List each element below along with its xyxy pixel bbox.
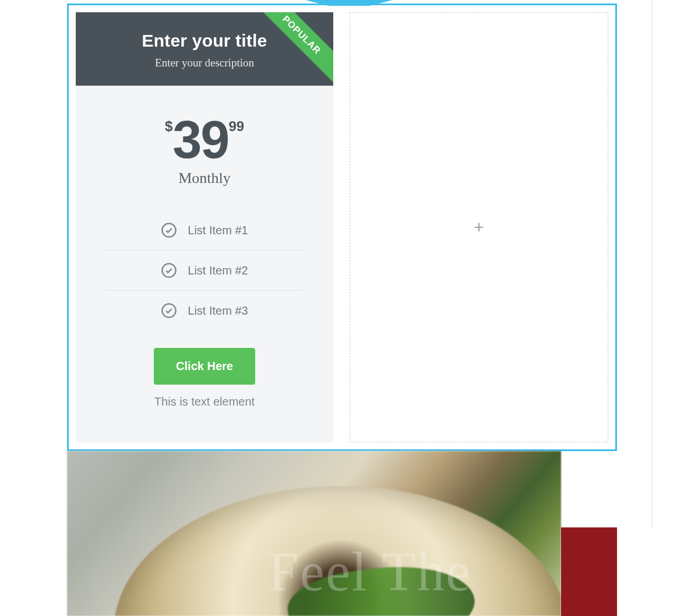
price-fraction: 99 [228,119,244,133]
pricing-card-header: POPULAR Enter your title Enter your desc… [76,12,333,86]
check-circle-icon [161,262,177,279]
svg-point-2 [163,304,176,317]
check-circle-icon [161,302,177,319]
cta-area: Click Here [76,330,333,395]
price-integer: 39 [172,114,228,166]
feature-item: List Item #3 [106,290,303,330]
page-right-edge [651,0,653,529]
feature-item: List Item #1 [106,210,303,250]
check-circle-icon [161,222,177,238]
feature-label: List Item #3 [188,304,248,318]
svg-point-0 [163,223,176,237]
pricing-description[interactable]: Enter your description [87,57,322,69]
feature-label: List Item #2 [188,264,248,277]
svg-point-1 [163,263,176,277]
currency-symbol: $ [165,119,172,133]
hero-headline[interactable]: Feel The [268,540,471,604]
price-line: $ 39 99 [165,114,244,166]
plus-icon[interactable]: + [474,217,484,237]
pricing-card[interactable]: POPULAR Enter your title Enter your desc… [76,12,333,442]
price-block[interactable]: $ 39 99 Monthly [76,86,333,210]
price-period: Monthly [87,170,322,187]
section-tab-handle[interactable] [305,0,393,6]
feature-item: List Item #2 [106,250,303,290]
accent-red-block [561,527,617,616]
click-here-button[interactable]: Click Here [154,348,255,385]
feature-label: List Item #1 [188,224,248,237]
editor-section[interactable]: POPULAR Enter your title Enter your desc… [67,3,617,451]
empty-column-placeholder[interactable]: + [350,12,608,442]
pricing-footer-text[interactable]: This is text element [76,395,333,424]
feature-list[interactable]: List Item #1 List Item #2 List Item #3 [76,210,333,330]
